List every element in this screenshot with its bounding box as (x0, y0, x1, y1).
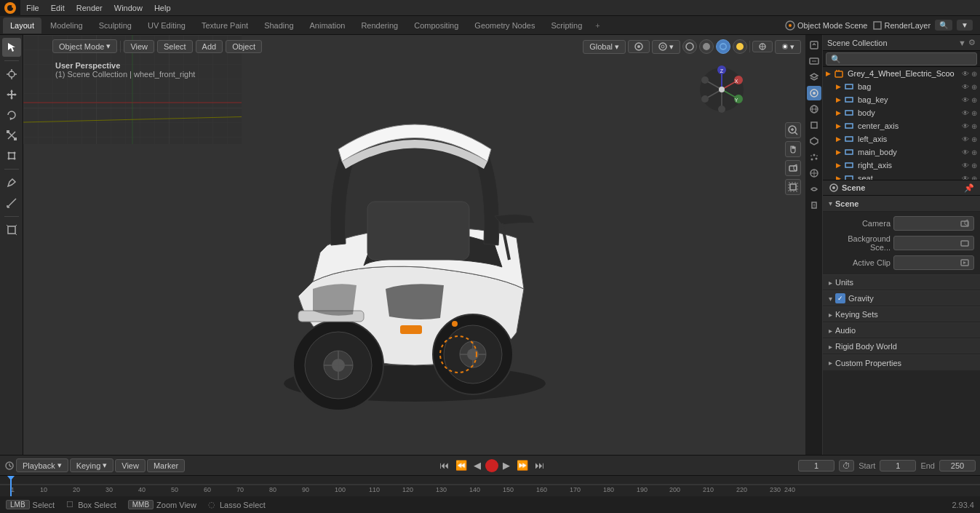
step-forward-button[interactable]: ⏩ (514, 459, 530, 472)
keying-sets-header[interactable]: ▸ Keying Sets (823, 306, 980, 322)
particles-props-button[interactable] (807, 150, 821, 164)
menu-help[interactable]: Help (148, 0, 177, 15)
units-section-header[interactable]: ▸ Units (823, 274, 980, 290)
physics-props-button[interactable] (807, 166, 821, 180)
overlay-toggle-button[interactable]: ▾ (775, 40, 801, 54)
output-props-button[interactable] (807, 54, 821, 68)
active-clip-value[interactable] (893, 255, 974, 270)
object-menu-button[interactable]: Object (226, 40, 262, 53)
world-props-button[interactable] (807, 102, 821, 116)
render-props-button[interactable] (807, 38, 821, 52)
keying-menu-button[interactable]: Keying ▾ (70, 458, 114, 472)
outliner-item[interactable]: ▶ Grey_4_Wheel_Electric_Scoo 👁 ⊕ (823, 67, 980, 80)
outliner-search-input[interactable] (826, 52, 977, 65)
scene-name[interactable]: Object Mode (797, 21, 842, 30)
tab-layout[interactable]: Layout (3, 17, 41, 33)
zoom-in-button[interactable] (785, 122, 801, 138)
current-frame-input[interactable] (798, 460, 834, 472)
timeline-view-button[interactable]: View (115, 459, 146, 472)
data-props-button[interactable] (807, 198, 821, 212)
viewport[interactable]: Object Mode ▾ View Select Add Object (23, 35, 805, 455)
frame-clock-button[interactable]: ⏱ (839, 460, 854, 472)
tab-shading[interactable]: Shading (257, 17, 300, 33)
custom-props-header[interactable]: ▸ Custom Properties (823, 354, 980, 370)
add-cube-button[interactable] (2, 220, 21, 239)
menu-render[interactable]: Render (71, 0, 108, 15)
jump-to-end-button[interactable]: ⏭ (533, 459, 546, 472)
end-frame-input[interactable] (939, 460, 976, 472)
scene-label[interactable]: Scene (845, 21, 867, 30)
outliner-item[interactable]: ▶ body 👁 ⊕ (823, 106, 980, 119)
select-menu-button[interactable]: Select (157, 40, 193, 53)
filter-button[interactable]: ▼ (957, 20, 973, 31)
select-tool-button[interactable] (2, 38, 21, 57)
scene-props-button[interactable] (807, 86, 821, 100)
outliner-item[interactable]: ▶ left_axis 👁 ⊕ (823, 132, 980, 146)
tab-sculpting[interactable]: Sculpting (92, 17, 139, 33)
tab-scripting[interactable]: Scripting (543, 17, 589, 33)
timeline-scrubber[interactable]: 1 10 20 30 40 50 60 70 80 90 100 110 120… (0, 476, 980, 496)
modifier-props-button[interactable] (807, 134, 821, 148)
cursor-tool-button[interactable] (2, 65, 21, 84)
material-preview-button[interactable] (716, 39, 730, 54)
outliner-settings-button[interactable]: ⚙ (968, 38, 976, 47)
camera-value[interactable] (893, 216, 974, 231)
audio-section-header[interactable]: ▸ Audio (823, 322, 980, 338)
transform-tool-button[interactable] (2, 146, 21, 165)
search-button[interactable]: 🔍 (935, 20, 952, 31)
tab-geometry-nodes[interactable]: Geometry Nodes (467, 17, 542, 33)
outliner-item[interactable]: ▶ right_axis 👁 ⊕ (823, 159, 980, 172)
tab-modeling[interactable]: Modeling (43, 17, 90, 33)
outliner-item[interactable]: ▶ main_body 👁 ⊕ (823, 146, 980, 159)
grab-button[interactable] (785, 141, 801, 157)
render-region-button[interactable] (785, 179, 801, 195)
step-back-button[interactable]: ⏪ (453, 459, 469, 472)
outliner-item[interactable]: ▶ bag 👁 ⊕ (823, 80, 980, 93)
wireframe-button[interactable] (682, 39, 697, 54)
add-menu-button[interactable]: Add (196, 40, 223, 53)
camera-view-button[interactable] (785, 160, 801, 176)
gravity-section-header[interactable]: ▾ ✓ Gravity (823, 290, 980, 306)
rendered-shading-button[interactable] (733, 39, 747, 54)
rigid-body-header[interactable]: ▸ Rigid Body World (823, 338, 980, 354)
tab-uv-editing[interactable]: UV Editing (140, 17, 193, 33)
play-button[interactable]: ▶ (501, 459, 512, 472)
outliner-item[interactable]: ▶ center_axis 👁 ⊕ (823, 119, 980, 132)
start-frame-input[interactable] (880, 460, 916, 472)
outliner-filter-button[interactable]: ▼ (958, 38, 966, 47)
gravity-checkbox[interactable]: ✓ (835, 293, 845, 303)
tab-texture-paint[interactable]: Texture Paint (194, 17, 255, 33)
scene-props-pin[interactable]: 📌 (964, 183, 974, 193)
bg-scene-value[interactable] (893, 236, 974, 250)
object-mode-button[interactable]: Object Mode ▾ (52, 39, 117, 53)
move-tool-button[interactable] (2, 85, 21, 104)
constraints-props-button[interactable] (807, 182, 821, 196)
tab-rendering[interactable]: Rendering (354, 17, 405, 33)
gizmo-toggle-button[interactable] (752, 41, 773, 52)
snap-button[interactable] (628, 40, 650, 53)
menu-file[interactable]: File (20, 0, 45, 15)
marker-button[interactable]: Marker (147, 459, 185, 472)
scene-section-header[interactable]: ▾ Scene (823, 196, 980, 212)
render-layer-name[interactable]: RenderLayer (885, 21, 931, 30)
rotate-tool-button[interactable] (2, 106, 21, 124)
tab-animation[interactable]: Animation (303, 17, 353, 33)
annotate-tool-button[interactable] (2, 173, 21, 192)
navigation-gizmo[interactable]: X Y Z (696, 64, 747, 115)
object-props-button[interactable] (807, 118, 821, 132)
playback-menu-button[interactable]: Playback ▾ (16, 458, 68, 472)
menu-edit[interactable]: Edit (45, 0, 71, 15)
scale-tool-button[interactable] (2, 126, 21, 145)
view-menu-button[interactable]: View (124, 40, 154, 53)
solid-shading-button[interactable] (699, 39, 714, 54)
add-workspace-button[interactable]: + (591, 20, 604, 31)
measure-tool-button[interactable] (2, 194, 21, 212)
jump-to-start-button[interactable]: ⏮ (437, 459, 451, 472)
outliner-item[interactable]: ▶ bag_key 👁 ⊕ (823, 93, 980, 106)
global-transform-button[interactable]: Global ▾ (583, 40, 626, 54)
menu-window[interactable]: Window (108, 0, 148, 15)
view-layer-props-button[interactable] (807, 70, 821, 84)
record-button[interactable] (485, 459, 498, 472)
play-back-button[interactable]: ◀ (471, 459, 483, 472)
proportional-edit-button[interactable]: ▾ (652, 40, 680, 54)
